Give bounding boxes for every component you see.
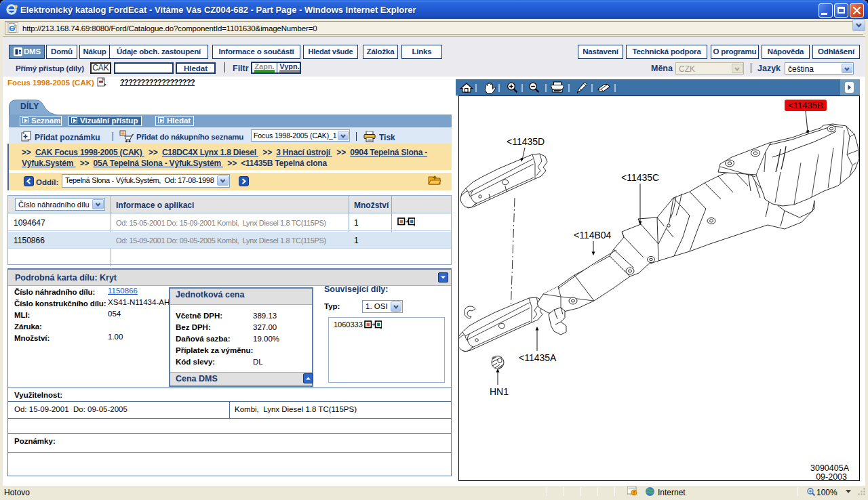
svg-text:<11435A: <11435A [519, 352, 557, 363]
svg-text:3090405A: 3090405A [810, 463, 850, 473]
svg-text:!: ! [633, 491, 635, 495]
svg-text:<11435D: <11435D [507, 136, 545, 147]
svg-text:<11435B: <11435B [788, 100, 823, 110]
svg-text:<11435C: <11435C [621, 172, 659, 183]
svg-text:HN1: HN1 [490, 386, 509, 397]
svg-text:<114B04: <114B04 [574, 230, 612, 241]
svg-text:09-2003: 09-2003 [816, 472, 847, 480]
